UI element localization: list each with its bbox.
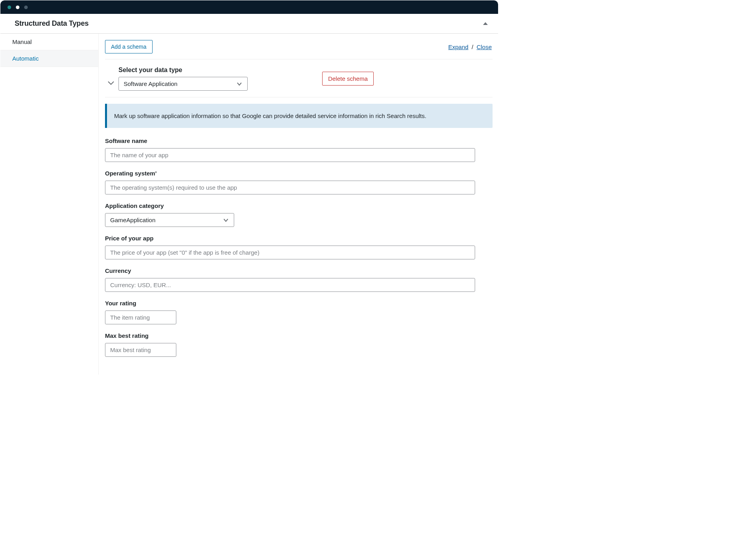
application-category-select[interactable]: GameApplication (105, 213, 234, 227)
your-rating-input[interactable] (105, 310, 176, 324)
field-label: Currency (105, 267, 493, 274)
info-callout: Mark up software application information… (105, 104, 493, 128)
operating-system-input[interactable] (105, 181, 475, 194)
close-link[interactable]: Close (477, 44, 492, 50)
toolbar: Add a schema Expand / Close (105, 38, 493, 59)
software-name-input[interactable] (105, 148, 475, 162)
data-type-block: Select your data type Software Applicati… (118, 67, 248, 91)
schema-header-row: Select your data type Software Applicati… (105, 63, 493, 97)
currency-input[interactable] (105, 278, 475, 292)
field-currency: Currency (105, 267, 493, 292)
collapse-up-icon[interactable] (483, 22, 488, 25)
price-input[interactable] (105, 246, 475, 259)
field-application-category: Application category GameApplication (105, 202, 493, 227)
section-title: Structured Data Types (15, 19, 89, 28)
field-max-best-rating: Max best rating (105, 332, 493, 357)
sidebar-item-automatic[interactable]: Automatic (0, 50, 98, 67)
app-window: Structured Data Types Manual Automatic A… (0, 0, 498, 380)
expand-close-controls: Expand / Close (448, 44, 492, 50)
window-dot-green (8, 6, 11, 9)
field-label: Software name (105, 137, 493, 144)
sidebar-item-manual[interactable]: Manual (0, 34, 98, 50)
field-label: Your rating (105, 300, 493, 307)
data-type-select-wrap: Software Application (118, 77, 248, 91)
schema-item: Select your data type Software Applicati… (105, 63, 493, 357)
sidebar: Manual Automatic (0, 34, 99, 375)
field-your-rating: Your rating (105, 300, 493, 324)
window-titlebar (0, 0, 498, 14)
sidebar-item-label: Manual (12, 38, 32, 45)
section-header: Structured Data Types (0, 14, 498, 34)
body-layout: Manual Automatic Add a schema Expand / C… (0, 34, 498, 375)
field-label: Price of your app (105, 235, 493, 242)
field-label: Operating system' (105, 170, 493, 177)
field-label: Max best rating (105, 332, 493, 339)
chevron-down-icon[interactable] (107, 80, 115, 86)
window-dot-grey (24, 6, 28, 9)
field-price: Price of your app (105, 235, 493, 259)
window-dot-white (16, 6, 19, 9)
field-operating-system: Operating system' (105, 170, 493, 194)
field-label: Application category (105, 202, 493, 209)
sidebar-item-label: Automatic (12, 55, 39, 62)
field-software-name: Software name (105, 137, 493, 162)
expand-link[interactable]: Expand (448, 44, 468, 50)
main-panel: Add a schema Expand / Close Select your … (99, 34, 498, 375)
delete-schema-button[interactable]: Delete schema (322, 72, 374, 86)
separator: / (472, 44, 473, 50)
add-schema-button[interactable]: Add a schema (105, 40, 153, 53)
data-type-label: Select your data type (118, 67, 248, 74)
data-type-select[interactable]: Software Application (118, 77, 248, 91)
application-category-select-wrap: GameApplication (105, 213, 234, 227)
info-text: Mark up software application information… (114, 112, 426, 119)
max-best-rating-input[interactable] (105, 343, 176, 357)
